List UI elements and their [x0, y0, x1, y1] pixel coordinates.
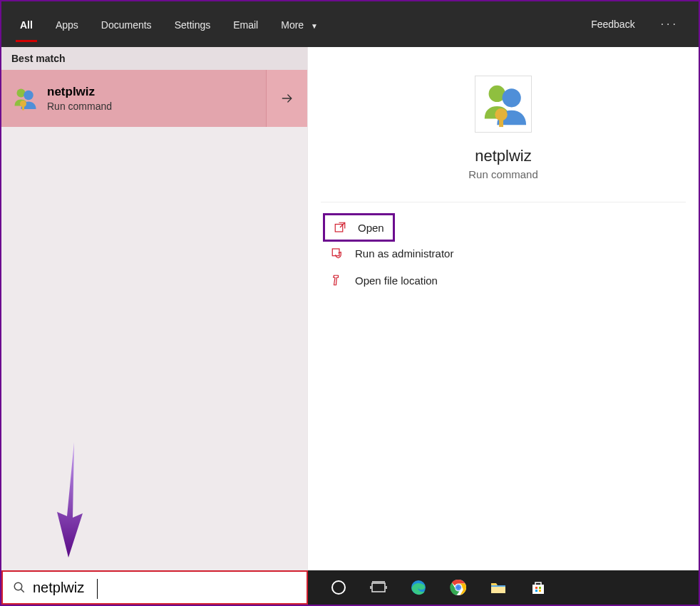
taskbar-search[interactable]: [1, 570, 308, 605]
tab-more[interactable]: More ▼: [269, 4, 329, 45]
tab-all[interactable]: All: [9, 4, 44, 45]
svg-rect-24: [535, 587, 537, 589]
detail-title: netplwiz: [308, 147, 699, 165]
annotation-arrow-icon: [47, 438, 90, 559]
arrow-right-icon: [280, 91, 294, 106]
user-accounts-icon: [11, 86, 37, 111]
chrome-button[interactable]: [449, 578, 468, 597]
edge-button[interactable]: [409, 578, 428, 597]
action-open-loc-label: Open file location: [355, 274, 438, 287]
svg-point-1: [24, 91, 34, 101]
tab-email[interactable]: Email: [222, 4, 269, 45]
svg-rect-3: [22, 104, 24, 111]
folder-icon: [331, 274, 344, 287]
action-run-admin-label: Run as administrator: [355, 247, 453, 260]
result-expand-button[interactable]: [266, 70, 307, 127]
shield-icon: [331, 247, 344, 260]
detail-pane: netplwiz Run command Open Run as adminis…: [308, 47, 699, 570]
user-accounts-icon: [478, 79, 528, 129]
svg-point-21: [456, 585, 460, 590]
best-match-header: Best match: [1, 47, 307, 70]
action-run-as-admin[interactable]: Run as administrator: [325, 240, 681, 267]
taskbar: [1, 570, 699, 605]
svg-point-10: [14, 582, 22, 590]
svg-point-12: [332, 581, 345, 594]
result-netplwiz[interactable]: netplwiz Run command: [1, 70, 307, 127]
folder-icon: [490, 579, 507, 596]
divider: [321, 202, 686, 202]
svg-point-5: [503, 88, 521, 107]
search-input[interactable]: [33, 572, 307, 603]
chrome-icon: [450, 579, 467, 596]
search-icon: [13, 581, 26, 594]
text-caret: [97, 579, 98, 599]
svg-rect-13: [372, 583, 385, 592]
feedback-link[interactable]: Feedback: [578, 3, 647, 46]
tab-documents[interactable]: Documents: [90, 4, 163, 45]
task-view-icon: [370, 579, 387, 596]
file-explorer-button[interactable]: [489, 578, 508, 597]
task-view-button[interactable]: [369, 578, 388, 597]
detail-subtitle: Run command: [308, 168, 699, 180]
svg-rect-26: [535, 590, 537, 592]
results-pane: Best match netplwiz Run command: [1, 47, 308, 570]
svg-rect-23: [491, 585, 505, 587]
action-open[interactable]: Open: [325, 215, 393, 240]
result-main[interactable]: netplwiz Run command: [1, 70, 266, 127]
action-open-label: Open: [358, 222, 384, 234]
microsoft-store-button[interactable]: [529, 578, 547, 597]
store-icon: [530, 579, 547, 596]
cortana-icon: [330, 579, 347, 596]
result-subtitle: Run command: [47, 101, 112, 112]
action-open-file-location[interactable]: Open file location: [325, 267, 681, 294]
chevron-down-icon: ▼: [311, 22, 318, 30]
tab-settings[interactable]: Settings: [163, 4, 222, 45]
search-filter-tabs: All Apps Documents Settings Email More ▼…: [1, 1, 699, 47]
open-icon: [334, 221, 346, 234]
svg-line-11: [21, 589, 24, 592]
more-options-button[interactable]: ···: [648, 18, 691, 31]
svg-rect-25: [539, 587, 541, 589]
result-title: netplwiz: [47, 85, 112, 99]
tab-apps[interactable]: Apps: [44, 4, 90, 45]
tab-more-label: More: [281, 19, 304, 31]
detail-icon: [475, 76, 532, 133]
svg-rect-27: [539, 590, 541, 592]
svg-rect-7: [499, 115, 503, 128]
edge-icon: [410, 579, 427, 596]
cortana-button[interactable]: [329, 578, 348, 597]
